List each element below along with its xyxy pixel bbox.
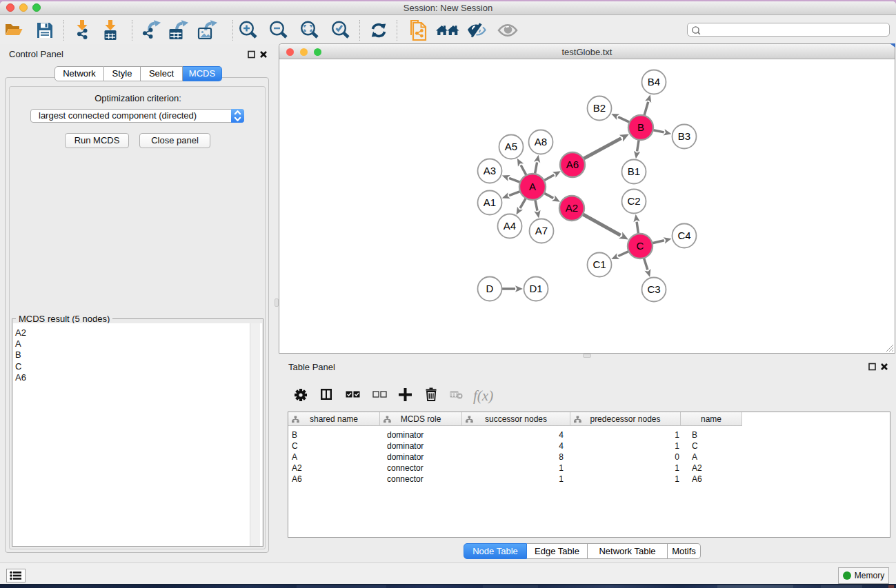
svg-text:C4: C4 — [677, 230, 690, 241]
svg-text:A7: A7 — [535, 225, 548, 236]
svg-text:C3: C3 — [647, 283, 660, 295]
svg-text:C1: C1 — [593, 258, 606, 270]
svg-text:C2: C2 — [627, 195, 640, 207]
svg-text:B: B — [637, 121, 644, 133]
svg-text:A5: A5 — [505, 141, 517, 152]
svg-text:A8: A8 — [535, 136, 547, 148]
svg-text:B2: B2 — [593, 102, 606, 114]
svg-text:A6: A6 — [566, 159, 579, 170]
svg-text:B4: B4 — [648, 76, 660, 88]
svg-text:D: D — [486, 283, 494, 294]
svg-text:B3: B3 — [678, 130, 690, 142]
svg-text:A1: A1 — [484, 196, 496, 208]
svg-text:A: A — [529, 181, 536, 192]
svg-text:A3: A3 — [484, 165, 496, 176]
svg-text:A2: A2 — [566, 202, 578, 214]
svg-text:A4: A4 — [504, 220, 516, 232]
svg-text:C: C — [637, 240, 644, 252]
svg-text:D1: D1 — [529, 283, 542, 294]
svg-text:B1: B1 — [628, 165, 640, 177]
